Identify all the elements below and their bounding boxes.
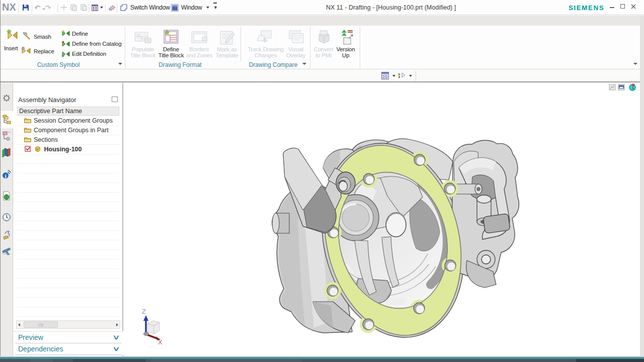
svg-text:i: i xyxy=(5,173,6,179)
svg-text:X: X xyxy=(158,338,163,345)
svg-text:Z: Z xyxy=(142,308,146,315)
